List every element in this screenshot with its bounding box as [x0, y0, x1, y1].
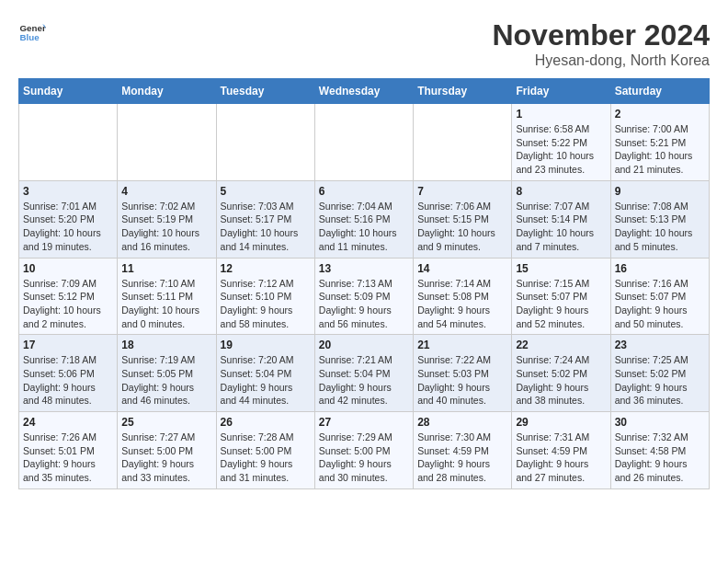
day-info: Sunrise: 7:27 AM Sunset: 5:00 PM Dayligh… [121, 431, 211, 485]
day-number: 17 [23, 339, 113, 351]
day-info: Sunrise: 7:15 AM Sunset: 5:07 PM Dayligh… [516, 277, 606, 331]
calendar-cell [19, 104, 118, 181]
calendar-cell: 26Sunrise: 7:28 AM Sunset: 5:00 PM Dayli… [216, 412, 314, 489]
day-info: Sunrise: 7:08 AM Sunset: 5:13 PM Dayligh… [615, 200, 705, 254]
day-number: 21 [417, 339, 507, 351]
calendar: SundayMondayTuesdayWednesdayThursdayFrid… [18, 78, 710, 489]
day-info: Sunrise: 7:03 AM Sunset: 5:17 PM Dayligh… [221, 200, 311, 254]
day-info: Sunrise: 7:28 AM Sunset: 5:00 PM Dayligh… [221, 431, 311, 485]
svg-text:General: General [20, 23, 47, 33]
calendar-cell: 1Sunrise: 6:58 AM Sunset: 5:22 PM Daylig… [512, 104, 610, 181]
day-number: 8 [516, 185, 606, 198]
calendar-cell: 7Sunrise: 7:06 AM Sunset: 5:15 PM Daylig… [414, 180, 512, 258]
day-number: 22 [516, 339, 606, 351]
day-info: Sunrise: 7:32 AM Sunset: 4:58 PM Dayligh… [615, 431, 705, 485]
day-number: 2 [615, 108, 705, 121]
day-number: 13 [319, 262, 409, 275]
calendar-cell: 21Sunrise: 7:22 AM Sunset: 5:03 PM Dayli… [414, 335, 512, 412]
day-info: Sunrise: 7:06 AM Sunset: 5:15 PM Dayligh… [417, 200, 507, 254]
day-number: 18 [121, 339, 211, 351]
calendar-cell [314, 104, 413, 181]
calendar-cell: 4Sunrise: 7:02 AM Sunset: 5:19 PM Daylig… [118, 180, 216, 258]
day-info: Sunrise: 7:01 AM Sunset: 5:20 PM Dayligh… [23, 200, 113, 254]
calendar-cell: 30Sunrise: 7:32 AM Sunset: 4:58 PM Dayli… [610, 412, 709, 489]
day-number: 24 [23, 416, 113, 429]
day-number: 7 [417, 185, 507, 198]
day-info: Sunrise: 7:24 AM Sunset: 5:02 PM Dayligh… [516, 353, 606, 408]
calendar-cell: 10Sunrise: 7:09 AM Sunset: 5:12 PM Dayli… [19, 258, 118, 335]
day-number: 29 [516, 416, 606, 429]
location-title: Hyesan-dong, North Korea [492, 52, 710, 69]
calendar-cell: 12Sunrise: 7:12 AM Sunset: 5:10 PM Dayli… [216, 258, 314, 335]
day-number: 11 [121, 262, 211, 275]
calendar-cell: 8Sunrise: 7:07 AM Sunset: 5:14 PM Daylig… [512, 180, 610, 258]
day-number: 5 [221, 185, 311, 198]
calendar-cell: 15Sunrise: 7:15 AM Sunset: 5:07 PM Dayli… [512, 258, 610, 335]
calendar-cell: 22Sunrise: 7:24 AM Sunset: 5:02 PM Dayli… [512, 335, 610, 412]
calendar-header-row: SundayMondayTuesdayWednesdayThursdayFrid… [19, 79, 710, 104]
calendar-week-row: 10Sunrise: 7:09 AM Sunset: 5:12 PM Dayli… [19, 258, 710, 335]
calendar-cell: 29Sunrise: 7:31 AM Sunset: 4:59 PM Dayli… [512, 412, 610, 489]
day-info: Sunrise: 7:09 AM Sunset: 5:12 PM Dayligh… [23, 277, 113, 331]
logo-icon: General Blue [18, 18, 46, 46]
day-info: Sunrise: 7:16 AM Sunset: 5:07 PM Dayligh… [615, 277, 705, 331]
day-number: 25 [121, 416, 211, 429]
day-number: 23 [615, 339, 705, 351]
calendar-cell [118, 104, 216, 181]
month-title: November 2024 [492, 18, 710, 52]
calendar-cell: 13Sunrise: 7:13 AM Sunset: 5:09 PM Dayli… [314, 258, 413, 335]
calendar-cell: 28Sunrise: 7:30 AM Sunset: 4:59 PM Dayli… [414, 412, 512, 489]
day-number: 3 [23, 185, 113, 198]
calendar-cell: 17Sunrise: 7:18 AM Sunset: 5:06 PM Dayli… [19, 335, 118, 412]
weekday-header: Monday [118, 79, 216, 104]
day-info: Sunrise: 7:21 AM Sunset: 5:04 PM Dayligh… [319, 353, 409, 408]
calendar-week-row: 17Sunrise: 7:18 AM Sunset: 5:06 PM Dayli… [19, 335, 710, 412]
calendar-cell [216, 104, 314, 181]
calendar-cell: 19Sunrise: 7:20 AM Sunset: 5:04 PM Dayli… [216, 335, 314, 412]
day-info: Sunrise: 7:12 AM Sunset: 5:10 PM Dayligh… [221, 277, 311, 331]
day-info: Sunrise: 7:18 AM Sunset: 5:06 PM Dayligh… [23, 353, 113, 408]
weekday-header: Saturday [610, 79, 709, 104]
calendar-cell: 5Sunrise: 7:03 AM Sunset: 5:17 PM Daylig… [216, 180, 314, 258]
calendar-cell: 18Sunrise: 7:19 AM Sunset: 5:05 PM Dayli… [118, 335, 216, 412]
weekday-header: Wednesday [314, 79, 413, 104]
day-info: Sunrise: 7:25 AM Sunset: 5:02 PM Dayligh… [615, 353, 705, 408]
calendar-cell: 23Sunrise: 7:25 AM Sunset: 5:02 PM Dayli… [610, 335, 709, 412]
day-info: Sunrise: 7:29 AM Sunset: 5:00 PM Dayligh… [319, 431, 409, 485]
day-info: Sunrise: 7:20 AM Sunset: 5:04 PM Dayligh… [221, 353, 311, 408]
calendar-cell: 16Sunrise: 7:16 AM Sunset: 5:07 PM Dayli… [610, 258, 709, 335]
day-info: Sunrise: 6:58 AM Sunset: 5:22 PM Dayligh… [516, 122, 606, 177]
day-number: 27 [319, 416, 409, 429]
logo: General Blue [18, 18, 46, 46]
calendar-week-row: 1Sunrise: 6:58 AM Sunset: 5:22 PM Daylig… [19, 104, 710, 181]
calendar-cell [414, 104, 512, 181]
weekday-header: Tuesday [216, 79, 314, 104]
calendar-cell: 14Sunrise: 7:14 AM Sunset: 5:08 PM Dayli… [414, 258, 512, 335]
calendar-cell: 3Sunrise: 7:01 AM Sunset: 5:20 PM Daylig… [19, 180, 118, 258]
day-info: Sunrise: 7:07 AM Sunset: 5:14 PM Dayligh… [516, 200, 606, 254]
day-info: Sunrise: 7:02 AM Sunset: 5:19 PM Dayligh… [121, 200, 211, 254]
day-info: Sunrise: 7:04 AM Sunset: 5:16 PM Dayligh… [319, 200, 409, 254]
day-number: 1 [516, 108, 606, 121]
day-info: Sunrise: 7:31 AM Sunset: 4:59 PM Dayligh… [516, 431, 606, 485]
day-info: Sunrise: 7:26 AM Sunset: 5:01 PM Dayligh… [23, 431, 113, 485]
calendar-cell: 27Sunrise: 7:29 AM Sunset: 5:00 PM Dayli… [314, 412, 413, 489]
calendar-week-row: 3Sunrise: 7:01 AM Sunset: 5:20 PM Daylig… [19, 180, 710, 258]
calendar-week-row: 24Sunrise: 7:26 AM Sunset: 5:01 PM Dayli… [19, 412, 710, 489]
day-number: 20 [319, 339, 409, 351]
day-number: 30 [615, 416, 705, 429]
day-info: Sunrise: 7:22 AM Sunset: 5:03 PM Dayligh… [417, 353, 507, 408]
calendar-cell: 24Sunrise: 7:26 AM Sunset: 5:01 PM Dayli… [19, 412, 118, 489]
day-info: Sunrise: 7:13 AM Sunset: 5:09 PM Dayligh… [319, 277, 409, 331]
day-number: 4 [121, 185, 211, 198]
day-info: Sunrise: 7:00 AM Sunset: 5:21 PM Dayligh… [615, 122, 705, 177]
day-info: Sunrise: 7:10 AM Sunset: 5:11 PM Dayligh… [121, 277, 211, 331]
calendar-cell: 25Sunrise: 7:27 AM Sunset: 5:00 PM Dayli… [118, 412, 216, 489]
weekday-header: Thursday [414, 79, 512, 104]
day-info: Sunrise: 7:30 AM Sunset: 4:59 PM Dayligh… [417, 431, 507, 485]
day-info: Sunrise: 7:14 AM Sunset: 5:08 PM Dayligh… [417, 277, 507, 331]
header: General Blue November 2024 Hyesan-dong, … [18, 18, 710, 69]
calendar-cell: 9Sunrise: 7:08 AM Sunset: 5:13 PM Daylig… [610, 180, 709, 258]
svg-text:Blue: Blue [20, 32, 40, 42]
day-number: 15 [516, 262, 606, 275]
